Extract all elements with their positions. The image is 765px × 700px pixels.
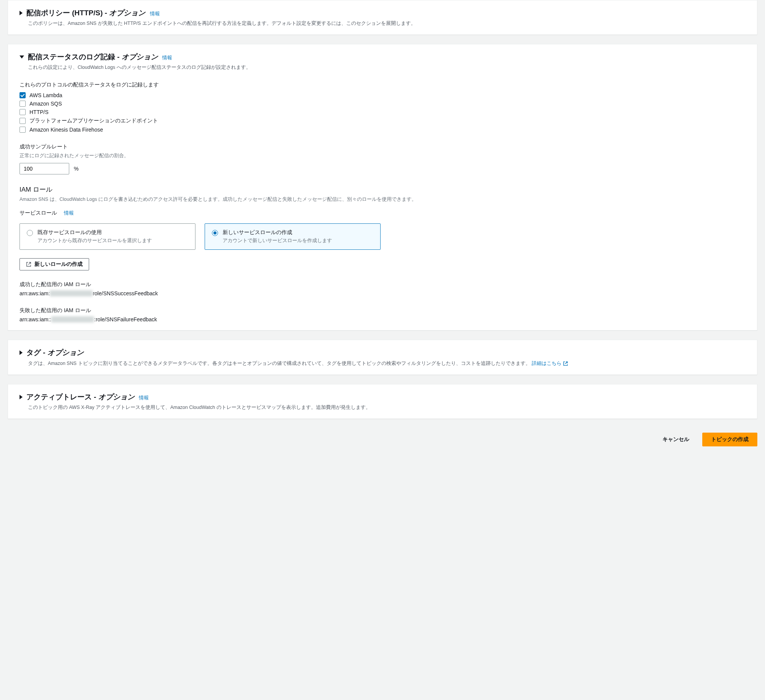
sample-rate-hint: 正常にログに記録されたメッセージ配信の割合。 bbox=[20, 153, 745, 159]
failure-role-value: arn:aws:iam::XXXXXXXXXXXX:role/SNSFailur… bbox=[20, 316, 745, 322]
title-text: タグ - bbox=[26, 348, 47, 357]
iam-role-description: Amazon SNS は、CloudWatch Logs にログを書き込むための… bbox=[20, 196, 745, 203]
sample-rate-row: % bbox=[20, 163, 745, 174]
success-role-block: 成功した配信用の IAM ロール arn:aws:iam:XXXXXXXXXXX… bbox=[20, 281, 745, 296]
create-topic-button[interactable]: トピックの作成 bbox=[702, 433, 757, 446]
panel-title: タグ - オプション bbox=[26, 348, 84, 358]
panel-header-active-tracing[interactable]: アクティブトレース - オプション 情報 bbox=[20, 392, 745, 402]
radio-content: 新しいサービスロールの作成 アカウントで新しいサービスロールを作成します bbox=[223, 229, 373, 244]
panel-title: アクティブトレース - オプション 情報 bbox=[26, 392, 149, 402]
checkbox-amazon-sqs[interactable]: Amazon SQS bbox=[20, 101, 745, 107]
create-new-role-button[interactable]: 新しいロールの作成 bbox=[20, 258, 89, 270]
panel-delivery-status: 配信ステータスのログ記録 - オプション 情報 これらの設定により、CloudW… bbox=[8, 44, 757, 330]
success-role-value: arn:aws:iam:XXXXXXXXXXXXrole/SNSSuccessF… bbox=[20, 290, 745, 296]
panel-description: これらの設定により、CloudWatch Logs へのメッセージ配信ステータス… bbox=[28, 64, 745, 71]
checkbox-icon bbox=[20, 109, 26, 115]
optional-text: オプション bbox=[98, 393, 135, 401]
radio-icon bbox=[212, 230, 218, 236]
protocols-label: これらのプロトコルの配信ステータスをログに記録します bbox=[20, 81, 745, 88]
success-role-label: 成功した配信用の IAM ロール bbox=[20, 281, 745, 288]
panel-body: これらのプロトコルの配信ステータスをログに記録します AWS Lambda Am… bbox=[20, 81, 745, 322]
info-link[interactable]: 情報 bbox=[139, 395, 149, 400]
button-label: 新しいロールの作成 bbox=[34, 261, 83, 268]
radio-description: アカウントから既存のサービスロールを選択します bbox=[37, 238, 188, 244]
title-text: アクティブトレース - bbox=[26, 393, 98, 401]
radio-existing-role[interactable]: 既存サービスロールの使用 アカウントから既存のサービスロールを選択します bbox=[20, 223, 195, 250]
info-link[interactable]: 情報 bbox=[64, 210, 74, 217]
service-role-label: サービスロール bbox=[20, 210, 57, 217]
chevron-right-icon bbox=[20, 395, 23, 399]
panel-title: 配信ステータスのログ記録 - オプション 情報 bbox=[28, 52, 172, 62]
percent-label: % bbox=[74, 166, 78, 172]
panel-header-tags[interactable]: タグ - オプション bbox=[20, 348, 745, 358]
optional-text: オプション bbox=[122, 53, 158, 61]
panel-header-delivery-policy[interactable]: 配信ポリシー (HTTP/S) - オプション 情報 bbox=[20, 8, 745, 18]
info-link[interactable]: 情報 bbox=[162, 55, 172, 60]
arn-suffix: role/SNSSuccessFeedback bbox=[93, 290, 158, 296]
failure-role-label: 失敗した配信用の IAM ロール bbox=[20, 307, 745, 314]
checkbox-label: HTTP/S bbox=[29, 109, 49, 115]
checkbox-label: Amazon SQS bbox=[29, 101, 62, 107]
checkbox-icon bbox=[20, 118, 26, 124]
checkbox-platform-app[interactable]: プラットフォームアプリケーションのエンドポイント bbox=[20, 117, 745, 124]
radio-title: 新しいサービスロールの作成 bbox=[223, 229, 373, 236]
arn-redacted: XXXXXXXXXXXX bbox=[50, 290, 93, 296]
arn-redacted: XXXXXXXXXXXX bbox=[51, 316, 94, 322]
failure-role-block: 失敗した配信用の IAM ロール arn:aws:iam::XXXXXXXXXX… bbox=[20, 307, 745, 322]
checkbox-https[interactable]: HTTP/S bbox=[20, 109, 745, 115]
description-text: タグは、Amazon SNS トピックに割り当てることができるメタデータラベルで… bbox=[28, 361, 531, 366]
radio-content: 既存サービスロールの使用 アカウントから既存のサービスロールを選択します bbox=[37, 229, 188, 244]
sample-rate-label: 成功サンプルレート bbox=[20, 143, 745, 150]
service-role-label-row: サービスロール 情報 bbox=[20, 210, 745, 219]
checkbox-icon bbox=[20, 101, 26, 107]
iam-role-heading: IAM ロール bbox=[20, 185, 745, 194]
optional-text: オプション bbox=[47, 348, 84, 357]
radio-title: 既存サービスロールの使用 bbox=[37, 229, 188, 236]
optional-text: オプション bbox=[109, 9, 145, 17]
info-link[interactable]: 情報 bbox=[150, 11, 160, 16]
panel-description: このトピック用の AWS X-Ray アクティブトレースを使用して、Amazon… bbox=[28, 404, 745, 411]
chevron-right-icon bbox=[20, 350, 23, 355]
arn-suffix: :role/SNSFailureFeedback bbox=[94, 316, 157, 322]
checkbox-icon bbox=[20, 92, 26, 98]
chevron-right-icon bbox=[20, 11, 23, 15]
panel-title: 配信ポリシー (HTTP/S) - オプション 情報 bbox=[26, 8, 160, 18]
link-text: 詳細はこちら bbox=[532, 360, 562, 367]
radio-create-role[interactable]: 新しいサービスロールの作成 アカウントで新しいサービスロールを作成します bbox=[205, 223, 381, 250]
external-link-icon bbox=[26, 262, 31, 267]
title-text: 配信ポリシー (HTTP/S) - bbox=[26, 9, 109, 17]
panel-description: タグは、Amazon SNS トピックに割り当てることができるメタデータラベルで… bbox=[28, 360, 745, 367]
radio-icon bbox=[27, 230, 33, 236]
service-role-radio-group: 既存サービスロールの使用 アカウントから既存のサービスロールを選択します 新しい… bbox=[20, 223, 745, 250]
panel-delivery-policy: 配信ポリシー (HTTP/S) - オプション 情報 このポリシーは、Amazo… bbox=[8, 0, 757, 35]
panel-description: このポリシーは、Amazon SNS が失敗した HTTP/S エンドポイントへ… bbox=[28, 20, 745, 27]
checkbox-kinesis-firehose[interactable]: Amazon Kinesis Data Firehose bbox=[20, 127, 745, 133]
protocol-checkbox-group: AWS Lambda Amazon SQS HTTP/S プラットフォームアプリ… bbox=[20, 92, 745, 133]
panel-tags: タグ - オプション タグは、Amazon SNS トピックに割り当てることがで… bbox=[8, 340, 757, 375]
checkbox-label: プラットフォームアプリケーションのエンドポイント bbox=[29, 117, 158, 124]
arn-prefix: arn:aws:iam:: bbox=[20, 316, 51, 322]
learn-more-link[interactable]: 詳細はこちら bbox=[532, 360, 568, 367]
external-link-icon bbox=[563, 361, 568, 366]
checkbox-aws-lambda[interactable]: AWS Lambda bbox=[20, 92, 745, 98]
chevron-down-icon bbox=[20, 55, 24, 59]
checkbox-label: AWS Lambda bbox=[29, 92, 62, 98]
arn-prefix: arn:aws:iam: bbox=[20, 290, 50, 296]
title-text: 配信ステータスのログ記録 - bbox=[28, 53, 122, 61]
checkbox-icon bbox=[20, 127, 26, 133]
cancel-button[interactable]: キャンセル bbox=[656, 433, 696, 446]
radio-description: アカウントで新しいサービスロールを作成します bbox=[223, 238, 373, 244]
footer-actions: キャンセル トピックの作成 bbox=[8, 428, 757, 451]
panel-header-delivery-status[interactable]: 配信ステータスのログ記録 - オプション 情報 bbox=[20, 52, 745, 62]
checkbox-label: Amazon Kinesis Data Firehose bbox=[29, 127, 103, 133]
panel-active-tracing: アクティブトレース - オプション 情報 このトピック用の AWS X-Ray … bbox=[8, 384, 757, 419]
sample-rate-input[interactable] bbox=[20, 163, 69, 174]
